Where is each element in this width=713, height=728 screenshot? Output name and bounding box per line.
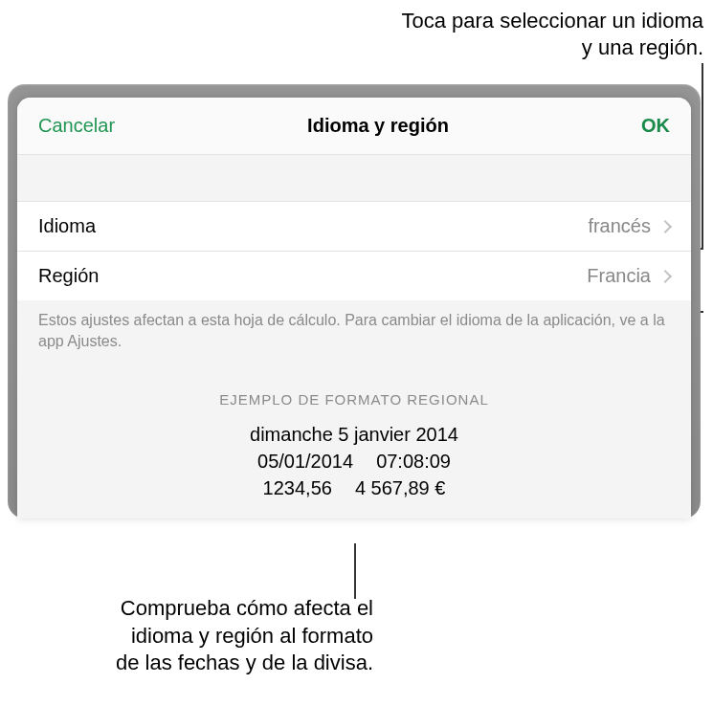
settings-footer-note: Estos ajustes afectan a esta hoja de cál… (17, 300, 691, 364)
sheet-header: Cancelar Idioma y región OK (17, 98, 691, 155)
sheet-title: Idioma y región (307, 115, 449, 137)
example-number: 1234,56 (263, 474, 332, 501)
device-frame: Cancelar Idioma y región OK Idioma franc… (8, 84, 701, 518)
callout-top-text: Toca para seleccionar un idioma y una re… (397, 8, 703, 60)
section-spacer (17, 155, 691, 201)
ok-button[interactable]: OK (641, 115, 670, 137)
row-value-region: Francia (587, 265, 651, 287)
row-label-language: Idioma (38, 215, 96, 237)
callout-bottom-text: Comprueba cómo afecta el idioma y región… (105, 595, 373, 677)
row-label-region: Región (38, 265, 99, 287)
cancel-button[interactable]: Cancelar (38, 115, 115, 137)
language-region-sheet: Cancelar Idioma y región OK Idioma franc… (17, 98, 691, 518)
example-short-date: 05/01/2014 (257, 448, 353, 474)
example-section: EJEMPLO DE FORMATO REGIONAL dimanche 5 j… (17, 364, 691, 518)
chevron-right-icon (658, 269, 672, 282)
example-time: 07:08:09 (376, 448, 451, 474)
example-long-date: dimanche 5 janvier 2014 (38, 421, 670, 448)
row-value-language: francés (588, 215, 651, 237)
callout-leader-line-bottom (354, 543, 356, 599)
example-currency: 4 567,89 € (355, 474, 446, 501)
row-language[interactable]: Idioma francés (17, 201, 691, 251)
callout-leader-line (702, 63, 703, 250)
row-region[interactable]: Región Francia (17, 251, 691, 300)
example-header: EJEMPLO DE FORMATO REGIONAL (38, 391, 670, 408)
chevron-right-icon (658, 219, 672, 232)
